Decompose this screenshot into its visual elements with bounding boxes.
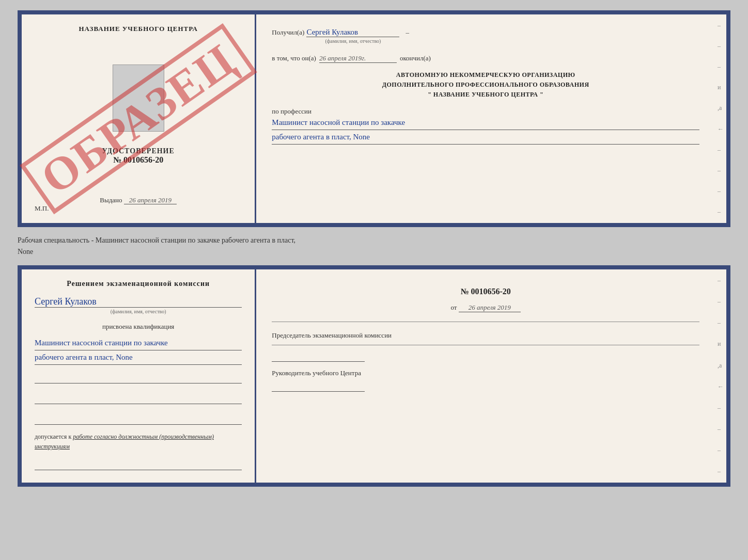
org-line3: " НАЗВАНИЕ УЧЕБНОГО ЦЕНТРА " — [272, 90, 699, 100]
protocol-number: № 0010656-20 — [272, 287, 699, 296]
допускается-block: допускается к работе согласно должностны… — [35, 432, 242, 452]
top-doc-right-wrapper: Получил(а) Сергей Кулаков (фамилия, имя,… — [256, 14, 726, 223]
underline-3 — [35, 413, 242, 425]
director-label: Руководитель учебного Центра — [272, 369, 699, 377]
bottom-doc-left: Решением экзаменационной комиссии Сергей… — [22, 269, 256, 483]
qual-block: Машинист насосной станции по закачке раб… — [35, 336, 242, 365]
profession-block: по профессии Машинист насосной станции п… — [272, 107, 699, 145]
top-right-side-dashes: – – – и ,а ← – – – – — [715, 14, 726, 223]
org-block: АВТОНОМНУЮ НЕКОММЕРЧЕСКУЮ ОРГАНИЗАЦИЮ ДО… — [272, 70, 699, 100]
chairman-block: Председатель экзаменационной комиссии — [272, 331, 699, 362]
underline-2 — [35, 393, 242, 404]
dash-line-2 — [272, 345, 699, 345]
org-line2: ДОПОЛНИТЕЛЬНОГО ПРОФЕССИОНАЛЬНОГО ОБРАЗО… — [272, 80, 699, 90]
chairman-signature-line — [272, 350, 365, 362]
date-value: 26 апреля 2019г. — [319, 54, 397, 63]
issued-date: 26 апреля 2019 — [124, 196, 177, 204]
recipient-name-block: Сергей Кулаков (фамилия, имя, отчество) — [306, 28, 399, 44]
date-label: в том, что он(а) — [272, 54, 316, 62]
bottom-right-side-dashes: – – – и ,а ← – – – – — [715, 269, 726, 483]
chairman-label: Председатель экзаменационной комиссии — [272, 331, 699, 340]
cert-number: № 0010656-20 — [102, 155, 174, 165]
finished-label: окончил(а) — [400, 54, 431, 62]
qual-label: присвоена квалификация — [35, 323, 242, 331]
middle-text-block: Рабочая специальность - Машинист насосно… — [18, 233, 730, 259]
top-doc-right: Получил(а) Сергей Кулаков (фамилия, имя,… — [256, 14, 715, 223]
received-block: Получил(а) Сергей Кулаков (фамилия, имя,… — [272, 25, 699, 47]
document-container: НАЗВАНИЕ УЧЕБНОГО ЦЕНТРА УДОСТОВЕРЕНИЕ №… — [18, 10, 730, 487]
profession-line2: рабочего агента в пласт, None — [272, 130, 699, 145]
recipient-name-subtext: (фамилия, имя, отчество) — [306, 38, 399, 44]
commission-name-subtext: (фамилия, имя, отчество) — [35, 309, 242, 314]
commission-name: Сергей Кулаков — [35, 296, 242, 308]
cert-label: УДОСТОВЕРЕНИЕ — [102, 147, 174, 155]
director-block: Руководитель учебного Центра — [272, 369, 699, 392]
profession-label: по профессии — [272, 107, 699, 116]
commission-title: Решением экзаменационной комиссии — [35, 280, 242, 288]
top-document: НАЗВАНИЕ УЧЕБНОГО ЦЕНТРА УДОСТОВЕРЕНИЕ №… — [18, 10, 730, 227]
profession-line1: Машинист насосной станции по закачке — [272, 116, 699, 130]
protocol-date-value: 26 апреля 2019 — [459, 303, 521, 312]
top-doc-left: НАЗВАНИЕ УЧЕБНОГО ЦЕНТРА УДОСТОВЕРЕНИЕ №… — [22, 14, 256, 223]
director-signature-line — [272, 380, 365, 392]
допускается-label: допускается к — [35, 433, 71, 440]
received-label: Получил(а) — [272, 28, 304, 37]
dash-line-1 — [272, 322, 699, 322]
cert-issued: Выдано 26 апреля 2019 — [100, 196, 177, 204]
org-line1: АВТОНОМНУЮ НЕКОММЕРЧЕСКУЮ ОРГАНИЗАЦИЮ — [272, 70, 699, 80]
issued-label: Выдано — [100, 196, 122, 204]
underline-4 — [35, 459, 242, 470]
qual-line1: Машинист насосной станции по закачке — [35, 336, 242, 350]
commission-name-block: Сергей Кулаков (фамилия, имя, отчество) — [35, 296, 242, 314]
bottom-doc-right: № 0010656-20 от 26 апреля 2019 Председат… — [256, 269, 715, 483]
middle-text-line2: None — [18, 245, 730, 259]
cert-number-block: УДОСТОВЕРЕНИЕ № 0010656-20 — [102, 147, 174, 165]
bottom-doc-right-wrapper: № 0010656-20 от 26 апреля 2019 Председат… — [256, 269, 726, 483]
recipient-name: Сергей Кулаков — [306, 28, 399, 37]
cert-mp: М.П. — [35, 204, 49, 213]
date-block: в том, что он(а) 26 апреля 2019г. окончи… — [272, 54, 699, 63]
cert-title: НАЗВАНИЕ УЧЕБНОГО ЦЕНТРА — [79, 25, 198, 33]
qual-line2: рабочего агента в пласт, None — [35, 350, 242, 365]
protocol-date: от 26 апреля 2019 — [272, 303, 699, 312]
dash-separator: – — [406, 28, 409, 37]
bottom-document: Решением экзаменационной комиссии Сергей… — [18, 265, 730, 487]
cert-photo — [113, 65, 164, 132]
date-prefix: от — [451, 303, 457, 311]
underline-1 — [35, 372, 242, 383]
